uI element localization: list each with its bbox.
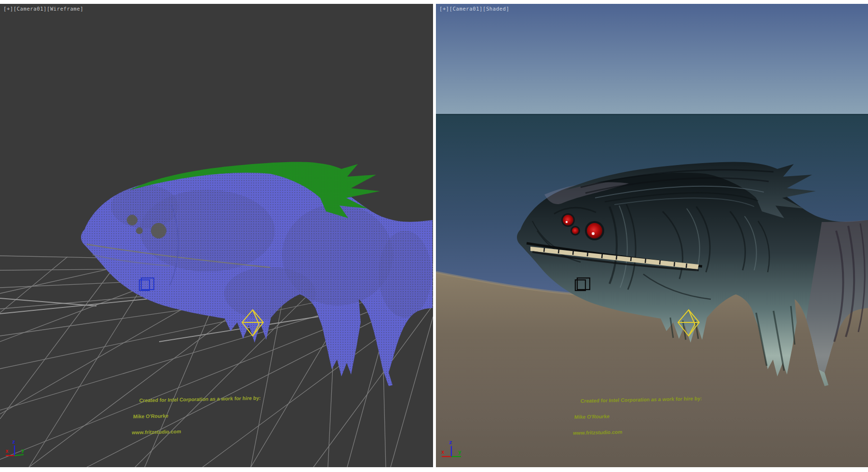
axis-y-label-right: y: [458, 449, 461, 455]
axis-x-label: x: [5, 448, 9, 454]
max-viewport-area: x z y [+][Camera01][Wireframe] Created f…: [0, 0, 868, 472]
axis-x-label-right: x: [441, 449, 445, 455]
horizon-line: [436, 114, 868, 115]
viewport-splitter[interactable]: [433, 0, 436, 472]
axis-z-label-right: z: [449, 439, 452, 445]
sky-upper: [436, 4, 868, 114]
viewport-label-wireframe[interactable]: [+][Camera01][Wireframe]: [3, 6, 83, 12]
fish-model-wireframe[interactable]: [81, 162, 433, 386]
watermark-line1-right: Created for Intel Corporation as a work …: [580, 396, 702, 403]
watermark-line2-right: Mike O'Rourke: [574, 412, 701, 420]
axis-gizmo-left: x z y: [5, 439, 25, 456]
viewport-shaded[interactable]: x z y [+][Camera01][Shaded] Created for …: [436, 4, 868, 467]
watermark-line1: Created for Intel Corporation as a work …: [139, 395, 261, 403]
viewport-wireframe[interactable]: x z y [+][Camera01][Wireframe] Created f…: [0, 4, 433, 467]
watermark-line2: Mike O'Rourke: [133, 411, 260, 419]
watermark-left: Created for Intel Corporation as a work …: [131, 385, 262, 446]
watermark-right: Created for Intel Corporation as a work …: [572, 385, 703, 446]
watermark-line3-right: www.fritzstudio.com: [573, 428, 700, 436]
axis-y-label: y: [21, 447, 25, 454]
viewport-label-shaded[interactable]: [+][Camera01][Shaded]: [439, 6, 509, 12]
watermark-line3: www.fritzstudio.com: [132, 427, 258, 435]
axis-z-label: z: [12, 439, 15, 445]
